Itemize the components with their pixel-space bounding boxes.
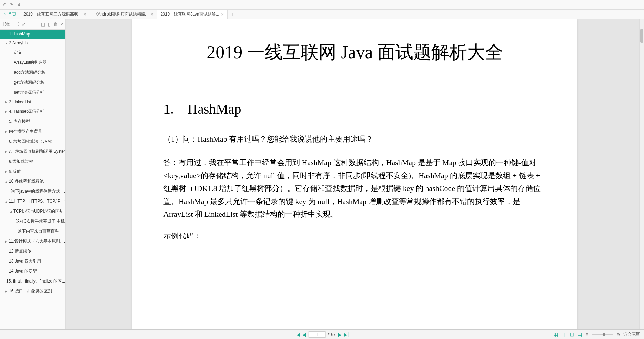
bookmark-label: 14.Java 的泛型	[9, 268, 37, 274]
scrollbar-vertical[interactable]	[639, 19, 644, 339]
bookmark-item[interactable]: 8.类加载过程	[0, 156, 65, 166]
close-icon[interactable]: ×	[84, 12, 87, 17]
zoom-out-icon[interactable]: ⊖	[585, 332, 589, 337]
bookmark-item[interactable]: 13.Java 四大引用	[0, 256, 65, 266]
bookmark-item[interactable]: 定义	[0, 48, 65, 58]
redo-icon[interactable]: ↷	[10, 2, 13, 7]
save-icon[interactable]: 🖫	[17, 2, 21, 7]
delete-icon[interactable]: 🗑	[53, 22, 58, 27]
sidebar-toolbar: 书签 ⛶ ⤢ ◫ ▯ 🗑 ×	[0, 19, 65, 30]
bookmark-label: 这样3次握手就完成了,主机A...	[16, 218, 65, 224]
tool-icon[interactable]: ◫	[41, 22, 45, 27]
status-bar: |◀ ◀ /167 ▶ ▶| ▦ ⫼ ⊞ ▤ ⊖ ⊕ 适合宽度	[0, 329, 644, 339]
bookmark-item[interactable]: ArrayList的构造器	[0, 58, 65, 68]
tab-home[interactable]: ⌂ 首页	[0, 10, 20, 19]
bookmark-item[interactable]: 1.HashMap	[0, 30, 65, 39]
tab-1[interactable]: 《Android架构师面试题精编... ×	[90, 10, 157, 19]
bookmark-item[interactable]: set方法源码分析	[0, 88, 65, 97]
bookmark-item[interactable]: ▶内存模型产生背景	[0, 126, 65, 136]
bookmark-label: 5. 内存模型	[9, 119, 30, 124]
title-toolbar: ↶ ↷ 🖫	[0, 0, 644, 10]
last-page-icon[interactable]: ▶|	[344, 332, 349, 337]
bookmark-item[interactable]: ▶3.LinkedList	[0, 97, 65, 106]
chevron-right-icon[interactable]: ▶	[5, 110, 8, 113]
bookmark-item[interactable]: ▶7、垃圾回收机制和调用 System...	[0, 146, 65, 156]
tab-2[interactable]: 2019一线互联网Java面试题解... ×	[157, 10, 228, 19]
chevron-down-icon[interactable]: ◢	[5, 180, 8, 183]
bookmark-item[interactable]: ▶11.设计模式（六大基本原则、...	[0, 236, 65, 246]
bookmark-label: 11.HTTP、HTTPS、TCP/IP、S...	[9, 198, 65, 204]
chevron-right-icon[interactable]: ▶	[5, 240, 7, 243]
bookmark-item[interactable]: 14.Java 的泛型	[0, 266, 65, 276]
chevron-down-icon[interactable]: ◢	[5, 41, 8, 45]
view-mode-icon[interactable]: ▦	[554, 332, 558, 337]
tab-label: 2019一线互联网三方源码高频...	[23, 11, 82, 17]
answer-text: 答：有用过，我在平常工作中经常会用到 HashMap 这种数据结构，HashMa…	[163, 156, 546, 220]
page-navigator: |◀ ◀ /167 ▶ ▶|	[295, 331, 349, 338]
undo-icon[interactable]: ↶	[3, 2, 6, 7]
tab-home-label: 首页	[8, 11, 16, 17]
bookmark-item[interactable]: 这样3次握手就完成了,主机A...	[0, 216, 65, 226]
prev-page-icon[interactable]: ◀	[302, 332, 306, 337]
heading-1: 1. HashMap	[163, 100, 546, 119]
first-page-icon[interactable]: |◀	[295, 332, 301, 337]
bookmark-item[interactable]: 6. 垃圾回收算法（JVM）	[0, 136, 65, 146]
page-total: /167	[328, 332, 335, 337]
zoom-in-icon[interactable]: ⊕	[616, 332, 620, 337]
fit-label[interactable]: 适合宽度	[623, 331, 640, 337]
bookmark-label: 4.Hashset源码分析	[9, 109, 44, 114]
bookmark-item[interactable]: ▶16.接口、抽象类的区别	[0, 286, 65, 296]
view-mode-icon[interactable]: ⫼	[562, 332, 566, 337]
bookmark-label: 6. 垃圾回收算法（JVM）	[9, 138, 55, 144]
zoom-slider[interactable]	[592, 334, 613, 335]
document-viewer[interactable]: 2019 一线互联网 Java 面试题解析大全 1. HashMap （1）问：…	[66, 19, 644, 339]
chevron-right-icon[interactable]: ▶	[5, 170, 8, 173]
question-text: （1）问：HashMap 有用过吗？您能给我说说他的主要用途吗？	[163, 132, 546, 146]
bookmark-label: 13.Java 四大引用	[9, 258, 41, 264]
tab-0[interactable]: 2019一线互联网三方源码高频... ×	[20, 10, 90, 19]
new-tab-button[interactable]: +	[228, 10, 237, 19]
bookmark-item[interactable]: 说下java中的线程创建方式，...	[0, 186, 65, 196]
chevron-right-icon[interactable]: ▶	[5, 290, 8, 293]
bookmark-item[interactable]: 5. 内存模型	[0, 116, 65, 126]
scrollbar-thumb[interactable]	[640, 29, 643, 43]
bookmark-label: 11.设计模式（六大基本原则、...	[9, 238, 65, 244]
bookmark-item[interactable]: ◢TCP协议与UDP协议的区别	[0, 206, 65, 216]
bookmark-item[interactable]: 15. final、finally、finalize 的区...	[0, 276, 65, 286]
chevron-down-icon[interactable]: ◢	[10, 210, 12, 213]
view-mode-icon[interactable]: ⊞	[570, 332, 574, 337]
bookmarks-label: 书签	[2, 21, 10, 27]
page-input[interactable]	[308, 331, 325, 338]
bookmark-label: 定义	[14, 50, 22, 55]
chevron-right-icon[interactable]: ▶	[5, 150, 7, 153]
bookmark-label: 7、垃圾回收机制和调用 System...	[9, 148, 65, 154]
bookmark-label: 3.LinkedList	[9, 100, 31, 104]
tab-label: 《Android架构师面试题精编...	[94, 11, 149, 17]
expand-icon[interactable]: ⛶	[14, 22, 19, 27]
bookmark-item[interactable]: ◢11.HTTP、HTTPS、TCP/IP、S...	[0, 196, 65, 206]
collapse-icon[interactable]: ⤢	[22, 22, 26, 27]
bookmark-item[interactable]: 以下内容来自百度百科：	[0, 226, 65, 236]
bookmark-item[interactable]: ◢10.多线程和线程池	[0, 176, 65, 186]
close-panel-icon[interactable]: ×	[60, 22, 63, 27]
bookmark-label: 15. final、finally、finalize 的区...	[6, 278, 65, 284]
chevron-right-icon[interactable]: ▶	[5, 100, 8, 104]
close-icon[interactable]: ×	[151, 12, 153, 17]
bookmark-label: 8.类加载过程	[9, 158, 33, 164]
bookmark-item[interactable]: ◢2.ArrayList	[0, 39, 65, 48]
bookmark-label: 10.多线程和线程池	[9, 178, 44, 184]
chevron-down-icon[interactable]: ◢	[5, 200, 7, 203]
close-icon[interactable]: ×	[221, 12, 224, 17]
bookmark-item[interactable]: ▶4.Hashset源码分析	[0, 106, 65, 116]
view-mode-icon[interactable]: ▤	[577, 332, 582, 337]
next-page-icon[interactable]: ▶	[338, 332, 342, 337]
chevron-right-icon[interactable]: ▶	[5, 130, 8, 133]
sidebar: 书签 ⛶ ⤢ ◫ ▯ 🗑 × 1.HashMap◢2.ArrayList定义Ar…	[0, 19, 66, 339]
bookmark-item[interactable]: add方法源码分析	[0, 68, 65, 78]
bookmark-item[interactable]: 12.断点续传	[0, 246, 65, 256]
bookmark-list: 1.HashMap◢2.ArrayList定义ArrayList的构造器add方…	[0, 30, 65, 339]
bookmark-item[interactable]: get方法源码分析	[0, 78, 65, 88]
tool-icon[interactable]: ▯	[48, 22, 50, 27]
bookmark-label: get方法源码分析	[14, 80, 44, 85]
bookmark-item[interactable]: ▶9.反射	[0, 166, 65, 176]
